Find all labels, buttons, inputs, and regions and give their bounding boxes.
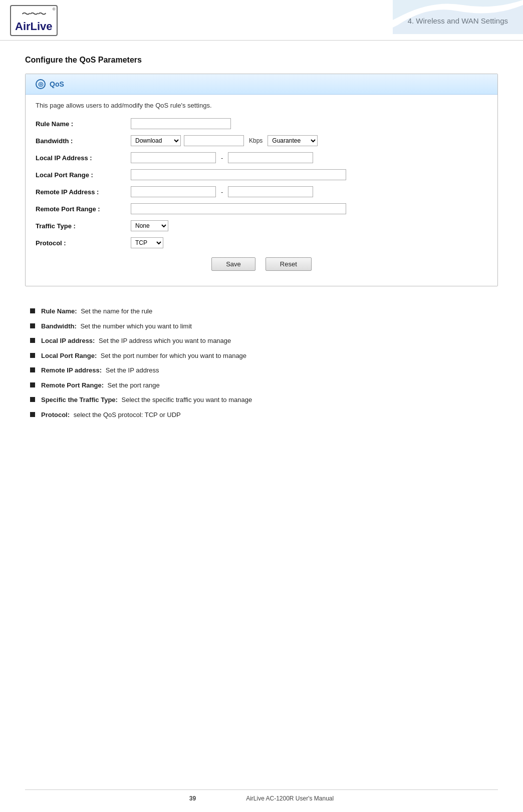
bullet-term: Specific the Traffic Type:	[41, 396, 118, 403]
remote-ip-dash: -	[221, 188, 223, 196]
page-header: 〜〜〜 Air Live ® 4. Wireless and WAN Setti…	[0, 0, 523, 41]
remote-ip-label: Remote IP Address :	[36, 188, 131, 196]
list-item: Specific the Traffic Type: Select the sp…	[25, 395, 498, 405]
remote-port-row: Remote Port Range :	[36, 203, 487, 214]
bullet-icon	[30, 397, 35, 402]
protocol-controls: TCP UDP	[131, 237, 487, 248]
page-number: 39	[189, 795, 196, 802]
bullet-desc: Select the specific traffic you want to …	[120, 396, 252, 403]
local-ip-controls: -	[131, 152, 487, 163]
logo-area: 〜〜〜 Air Live ®	[10, 5, 58, 36]
manual-title: AirLive AC-1200R User's Manual	[246, 795, 334, 802]
qos-form-title: QoS	[50, 80, 64, 88]
save-button[interactable]: Save	[211, 257, 255, 271]
bandwidth-row: Bandwidth : Download Upload Kbps Guarant…	[36, 135, 487, 146]
local-ip-start-input[interactable]	[131, 152, 216, 163]
protocol-select[interactable]: TCP UDP	[131, 237, 163, 248]
logo-waves-icon: 〜〜〜	[22, 8, 46, 20]
bullet-icon	[30, 412, 35, 417]
local-ip-row: Local IP Address : -	[36, 152, 487, 163]
bullet-icon	[30, 308, 35, 313]
remote-ip-start-input[interactable]	[131, 186, 216, 197]
logo-box: 〜〜〜 Air Live ®	[10, 5, 58, 36]
list-item: Remote IP address: Set the IP address	[25, 365, 498, 375]
bullet-term: Local IP address:	[41, 337, 95, 344]
qos-form-header: ◎ QoS	[26, 74, 497, 95]
local-port-controls	[131, 169, 487, 180]
remote-port-controls	[131, 203, 487, 214]
rule-name-controls	[131, 118, 487, 129]
header-wave-decoration	[393, 0, 523, 34]
bandwidth-label: Bandwidth :	[36, 137, 131, 145]
protocol-row: Protocol : TCP UDP	[36, 237, 487, 248]
remote-ip-end-input[interactable]	[228, 186, 313, 197]
description-list: Rule Name: Set the name for the rule Ban…	[25, 306, 498, 420]
page-content: Configure the QoS Parameters ◎ QoS This …	[0, 41, 523, 445]
remote-ip-row: Remote IP Address : -	[36, 186, 487, 197]
bullet-desc: Set the name for the rule	[79, 307, 153, 315]
qos-form-box: ◎ QoS This page allows users to add/modi…	[25, 74, 498, 286]
bullet-desc: Set the IP address which you want to man…	[97, 337, 231, 344]
bandwidth-type-select[interactable]: Download Upload	[131, 135, 181, 146]
qos-icon: ◎	[36, 79, 46, 89]
qos-description: This page allows users to add/modify the…	[26, 95, 497, 118]
bullet-desc: Set the port range	[106, 381, 160, 389]
bullet-term: Remote Port Range:	[41, 381, 104, 389]
list-item: Remote Port Range: Set the port range	[25, 380, 498, 390]
list-item: Bandwidth: Set the number which you want…	[25, 321, 498, 331]
bullet-term: Bandwidth:	[41, 322, 77, 330]
local-port-label: Local Port Range :	[36, 171, 131, 179]
local-port-input[interactable]	[131, 169, 346, 180]
bullet-term: Local Port Range:	[41, 352, 97, 359]
bullet-term: Rule Name:	[41, 307, 77, 315]
local-port-row: Local Port Range :	[36, 169, 487, 180]
section-title: Configure the QoS Parameters	[25, 56, 498, 65]
bullet-desc: Set the number which you want to limit	[79, 322, 192, 330]
rule-name-row: Rule Name :	[36, 118, 487, 129]
rule-name-input[interactable]	[131, 118, 231, 129]
traffic-type-select[interactable]: None HTTP FTP SMTP POP3	[131, 220, 168, 231]
bandwidth-controls: Download Upload Kbps Guarantee Maximum	[131, 135, 487, 146]
qos-form: Rule Name : Bandwidth : Download Upload …	[26, 118, 497, 271]
form-button-row: Save Reset	[36, 257, 487, 271]
bullet-icon	[30, 323, 35, 328]
bullet-icon	[30, 338, 35, 343]
logo-air-text: Air	[15, 20, 31, 33]
logo-reg: ®	[53, 7, 56, 12]
list-item: Local Port Range: Set the port number fo…	[25, 351, 498, 361]
protocol-label: Protocol :	[36, 239, 131, 247]
local-ip-label: Local IP Address :	[36, 154, 131, 162]
bandwidth-value-input[interactable]	[184, 135, 244, 146]
reset-button[interactable]: Reset	[266, 257, 312, 271]
bullet-icon	[30, 367, 35, 372]
traffic-type-controls: None HTTP FTP SMTP POP3	[131, 220, 487, 231]
traffic-type-label: Traffic Type :	[36, 222, 131, 230]
remote-port-label: Remote Port Range :	[36, 205, 131, 213]
list-item: Rule Name: Set the name for the rule	[25, 306, 498, 316]
bullet-term: Remote IP address:	[41, 366, 102, 374]
bullet-desc: Set the port number for which you want t…	[99, 352, 246, 359]
bullet-desc: select the QoS protocol: TCP or UDP	[72, 411, 181, 419]
bullet-desc: Set the IP address	[104, 366, 159, 374]
logo-live-text: Live	[31, 20, 53, 33]
page-footer: 39 AirLive AC-1200R User's Manual	[25, 789, 498, 802]
kbps-label: Kbps	[249, 137, 263, 144]
remote-port-input[interactable]	[131, 203, 346, 214]
rule-name-label: Rule Name :	[36, 120, 131, 128]
traffic-type-row: Traffic Type : None HTTP FTP SMTP POP3	[36, 220, 487, 231]
bullet-icon	[30, 353, 35, 358]
bullet-icon	[30, 382, 35, 387]
bullet-term: Protocol:	[41, 411, 70, 419]
local-ip-end-input[interactable]	[228, 152, 313, 163]
list-item: Local IP address: Set the IP address whi…	[25, 336, 498, 346]
local-ip-dash: -	[221, 154, 223, 162]
guarantee-select[interactable]: Guarantee Maximum	[268, 135, 318, 146]
remote-ip-controls: -	[131, 186, 487, 197]
list-item: Protocol: select the QoS protocol: TCP o…	[25, 410, 498, 420]
